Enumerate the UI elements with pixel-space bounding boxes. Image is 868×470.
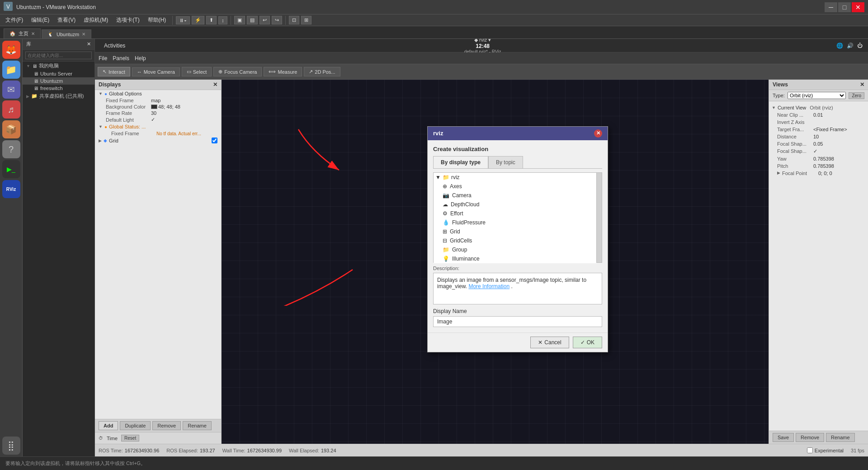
experimental-checkbox[interactable] (807, 447, 813, 453)
displays-close-icon[interactable]: ✕ (213, 81, 217, 88)
vm-tool4[interactable]: ▣ (234, 16, 245, 24)
tree-item-fluidpressure[interactable]: 💧 FluidPressure (434, 218, 596, 227)
close-button[interactable]: ✕ (852, 2, 864, 12)
bg-color-value[interactable]: 48; 48; 48 (158, 104, 180, 109)
more-info-link[interactable]: More Information (468, 283, 509, 290)
tab-home[interactable]: 🏠 主页 ✕ (4, 28, 41, 38)
save-view-button[interactable]: Save (773, 433, 794, 442)
dock-terminal[interactable]: ▶_ (2, 160, 20, 178)
file-search-input[interactable] (25, 52, 92, 59)
global-status-item[interactable]: ▼ ● Global Status: ... (95, 123, 221, 130)
dock-firefox[interactable]: 🦊 (2, 41, 20, 59)
rviz-menu-panels[interactable]: Panels (113, 55, 129, 62)
pause-button[interactable]: ⏸▾ (176, 16, 190, 24)
tab-ubuntu[interactable]: 🐧 Ubuntuzm ✕ (42, 29, 91, 38)
yaw-value[interactable]: 0.785398 (813, 156, 834, 161)
vm-tool5[interactable]: ▤ (247, 16, 258, 24)
ok-button[interactable]: ✓ OK (573, 337, 602, 348)
menu-tab[interactable]: 选项卡(T) (113, 15, 143, 25)
tree-item-axes[interactable]: ⊕ Axes (434, 182, 596, 191)
vm-tool7[interactable]: ↪ (272, 16, 282, 24)
grid-item[interactable]: ▶ ◆ Grid (95, 137, 221, 144)
ok-label: OK (587, 339, 594, 346)
modal-close-button[interactable]: ✕ (594, 129, 602, 138)
distance-value[interactable]: 10 (813, 134, 819, 139)
menu-file[interactable]: 文件(F) (2, 15, 27, 25)
move-camera-button[interactable]: ↔ Move Camera (132, 67, 180, 76)
rviz-menu-help[interactable]: Help (135, 55, 146, 62)
menu-edit[interactable]: 编辑(E) (28, 15, 53, 25)
fixed-frame-value[interactable]: map (151, 98, 160, 103)
vm-tool8[interactable]: ⊡ (289, 16, 299, 24)
vm-tool6[interactable]: ↩ (259, 16, 270, 24)
global-options-item[interactable]: ▼ ● Global Options (95, 90, 221, 97)
tab-by-display-type[interactable]: By display type (433, 156, 488, 168)
interact-button[interactable]: ↖ Interact (98, 67, 130, 76)
dock-email[interactable]: ✉ (2, 81, 20, 99)
vm-tool3[interactable]: ↕ (218, 16, 227, 24)
menu-view[interactable]: 查看(V) (54, 15, 79, 25)
add-display-button[interactable]: Add (99, 421, 118, 430)
frame-rate-value[interactable]: 30 (151, 110, 156, 116)
select-button[interactable]: ▭ Select (182, 67, 212, 76)
rename-view-button[interactable]: Rename (826, 433, 855, 442)
focal-point-value[interactable]: 0; 0; 0 (818, 171, 832, 176)
pos-2d-button[interactable]: ↗ 2D Pos... (304, 67, 340, 76)
file-tree-ubuntu-server[interactable]: 🖥 Ubuntu Server (23, 70, 94, 77)
focal-shape1-value[interactable]: 0.05 (813, 141, 823, 147)
file-tree-shared[interactable]: ▶ 📁 共享虚拟机 (已共用) (23, 92, 94, 100)
menu-vm[interactable]: 虚拟机(M) (80, 15, 112, 25)
display-name-input[interactable] (433, 316, 602, 327)
remove-display-button[interactable]: Remove (152, 421, 181, 430)
reset-button[interactable]: Reset (121, 435, 139, 442)
focus-camera-button[interactable]: ⊕ Focus Camera (213, 67, 262, 76)
tree-item-gridcells[interactable]: ⊟ GridCells (434, 236, 596, 245)
focal-shape2-value[interactable]: ✓ (813, 148, 817, 154)
file-panel-close[interactable]: ✕ (87, 41, 91, 47)
vm-tool1[interactable]: ⚡ (192, 16, 204, 24)
tree-item-group[interactable]: 📁 Group (434, 245, 596, 254)
dock-apps-grid[interactable]: ⣿ (2, 437, 20, 455)
create-visualization-dialog: rviz ✕ Create visualization By display t… (427, 126, 608, 352)
vm-tool2[interactable]: ⬆ (206, 16, 217, 24)
rviz-indicator[interactable]: ◆ rviz ▾ (464, 39, 501, 43)
view-type-select[interactable]: Orbit (rviz) (788, 92, 846, 99)
maximize-button[interactable]: □ (838, 2, 851, 12)
file-tree-ubuntuzm[interactable]: 🖥 Ubuntuzm (23, 77, 94, 85)
duplicate-display-button[interactable]: Duplicate (120, 421, 151, 430)
zero-button[interactable]: Zero (849, 92, 864, 99)
default-light-value[interactable]: ✓ (151, 117, 155, 123)
measure-button[interactable]: ⟺ Measure (264, 67, 302, 76)
near-clip-value[interactable]: 0.01 (813, 112, 823, 118)
tree-item-depthcloud[interactable]: ☁ DepthCloud (434, 200, 596, 209)
tree-item-effort[interactable]: ⚙ Effort (434, 209, 596, 218)
pitch-value[interactable]: 0.785398 (813, 163, 834, 169)
target-frame-value[interactable]: <Fixed Frame> (813, 127, 847, 132)
dock-files[interactable]: 📁 (2, 61, 20, 79)
rviz-menu-file[interactable]: File (99, 55, 107, 62)
tree-root-folder[interactable]: ▼ 📁 rviz (434, 173, 596, 182)
minimize-button[interactable]: ─ (825, 2, 837, 12)
file-tree-freeswitch[interactable]: 🖥 freeswitch (23, 85, 94, 92)
tab-home-close[interactable]: ✕ (31, 31, 35, 36)
dock-music[interactable]: ♬ (2, 100, 20, 119)
tab-ubuntu-close[interactable]: ✕ (82, 32, 85, 37)
rename-display-button[interactable]: Rename (183, 421, 212, 430)
dock-rviz[interactable]: RViz (2, 180, 20, 198)
tree-item-grid[interactable]: ⊞ Grid (434, 227, 596, 236)
grid-checkbox[interactable] (212, 138, 217, 143)
tree-item-camera[interactable]: 📷 Camera (434, 191, 596, 200)
file-tree-computer[interactable]: ▼ 🖥 我的电脑 (23, 62, 94, 70)
menu-help[interactable]: 帮助(H) (144, 15, 170, 25)
remove-view-button[interactable]: Remove (796, 433, 824, 442)
vm-tool9[interactable]: ⊞ (301, 16, 311, 24)
tree-item-illuminance[interactable]: 💡 Illuminance (434, 254, 596, 263)
rviz-3dview[interactable]: rviz ✕ Create visualization By display t… (222, 80, 769, 444)
cancel-button[interactable]: ✕ Cancel (530, 337, 569, 348)
tree-scrollbar[interactable] (596, 173, 602, 262)
dock-help[interactable]: ? (2, 140, 20, 158)
dock-app-center[interactable]: 📦 (2, 120, 20, 138)
tab-by-topic[interactable]: By topic (488, 156, 523, 168)
views-close-icon[interactable]: ✕ (860, 81, 864, 88)
activities-button[interactable]: Activities (100, 42, 129, 50)
